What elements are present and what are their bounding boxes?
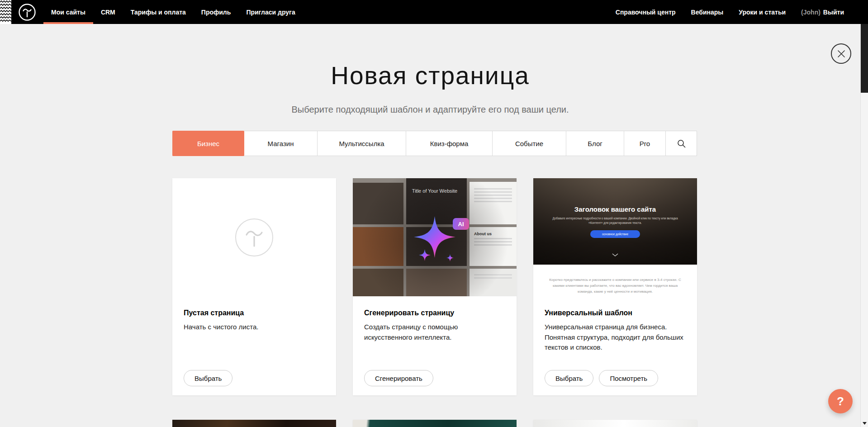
tilda-logo-icon [18,3,36,21]
template-category-tabs: Бизнес Магазин Мультиссылка Квиз-форма С… [172,131,697,156]
tab-multilink[interactable]: Мультиссылка [318,131,406,156]
card-actions: Сгенерировать [364,370,505,386]
template-card-blank: Пустая страница Начать с чистого листа. … [172,178,336,395]
user-name: (John) [801,9,821,16]
card-body: Универсальный шаблон Универсальная стран… [533,296,697,395]
tab-event[interactable]: Событие [493,131,566,156]
ai-badge: AI [453,218,469,230]
template-grid: Пустая страница Начать с чистого листа. … [172,178,697,395]
tab-quiz-form[interactable]: Квиз-форма [406,131,493,156]
preview-body-text: Коротко представьтесь и расскажите о ком… [547,277,683,295]
generate-button[interactable]: Сгенерировать [364,370,433,386]
tilda-watermark-icon [235,218,274,257]
nav-logout[interactable]: (John) Выйти [793,0,852,24]
preview-hero: Заголовок вашего сайта Добавьте интересн… [533,178,697,265]
card-body: Сгенерировать страницу Создать страницу … [353,296,517,395]
template-card-ai-generate: About us Title of Your Website [353,178,517,395]
template-card-partial[interactable] [172,420,336,427]
card-description: Начать с чистого листа. [184,322,325,332]
ai-collage-preview: About us Title of Your Website [353,178,517,296]
nav-invite-friend[interactable]: Пригласи друга [238,0,303,24]
nav-lessons[interactable]: Уроки и статьи [731,0,793,24]
close-icon [837,50,845,58]
template-card-partial[interactable] [353,420,517,427]
choose-button[interactable]: Выбрать [545,370,593,386]
nav-profile[interactable]: Профиль [194,0,239,24]
tab-search[interactable] [666,131,697,156]
ai-sparkle-icon [405,208,464,266]
preview-hero-subtitle: Добавьте интересные подробности о вашей … [552,216,678,226]
template-preview-image [353,420,517,427]
preview-hero-button: основное действие [590,230,640,238]
card-description: Создать страницу с помощью искусственног… [364,322,505,342]
template-card-partial[interactable] [533,420,697,427]
nav-webinars[interactable]: Вебинары [683,0,731,24]
search-icon [677,139,686,148]
nav-tariffs[interactable]: Тарифы и оплата [123,0,194,24]
chevron-down-icon [612,253,618,256]
logout-label: Выйти [823,9,844,16]
page-title: Новая страница [0,61,860,90]
tab-pro[interactable]: Pro [624,131,666,156]
card-title: Универсальный шаблон [545,309,686,317]
question-mark-icon: ? [837,394,844,408]
top-navbar: Мои сайты CRM Тарифы и оплата Профиль Пр… [0,0,868,24]
tab-business[interactable]: Бизнес [172,131,244,156]
scrollbar-down-arrow[interactable] [861,419,868,427]
card-actions: Выбрать [184,370,325,386]
card-actions: Выбрать Посмотреть [545,370,686,386]
template-preview-image [533,420,697,427]
nav-help-center[interactable]: Справочный центр [608,0,683,24]
card-body: Пустая страница Начать с чистого листа. … [172,296,336,395]
zigzag-edge-decoration [0,0,11,24]
main-nav: Мои сайты CRM Тарифы и оплата Профиль Пр… [43,0,303,24]
scrollbar-thumb[interactable] [861,24,868,93]
tab-store[interactable]: Магазин [244,131,318,156]
page-subtitle: Выберите подходящий шаблон и адаптируйте… [0,104,860,115]
tab-blog[interactable]: Блог [566,131,624,156]
choose-button[interactable]: Выбрать [184,370,232,386]
template-preview-image [172,420,336,427]
card-description: Универсальная страница для бизнеса. Поня… [545,322,686,353]
blank-page-preview [172,178,336,296]
nav-my-sites[interactable]: Мои сайты [43,0,93,24]
nav-crm[interactable]: CRM [93,0,123,24]
template-grid-row2 [172,420,697,427]
close-button[interactable] [831,43,851,64]
preview-hero-title: Заголовок вашего сайта [533,178,697,213]
tilda-logo[interactable] [11,0,43,24]
universal-template-preview: Заголовок вашего сайта Добавьте интересн… [533,178,697,296]
collage-site-title: Title of Your Website [353,188,517,194]
vertical-scrollbar[interactable] [860,24,868,427]
help-button[interactable]: ? [828,389,853,413]
card-title: Сгенерировать страницу [364,309,505,317]
view-button[interactable]: Посмотреть [599,370,658,386]
template-card-universal: Заголовок вашего сайта Добавьте интересн… [533,178,697,395]
secondary-nav: Справочный центр Вебинары Уроки и статьи… [608,0,852,24]
card-title: Пустая страница [184,309,325,317]
